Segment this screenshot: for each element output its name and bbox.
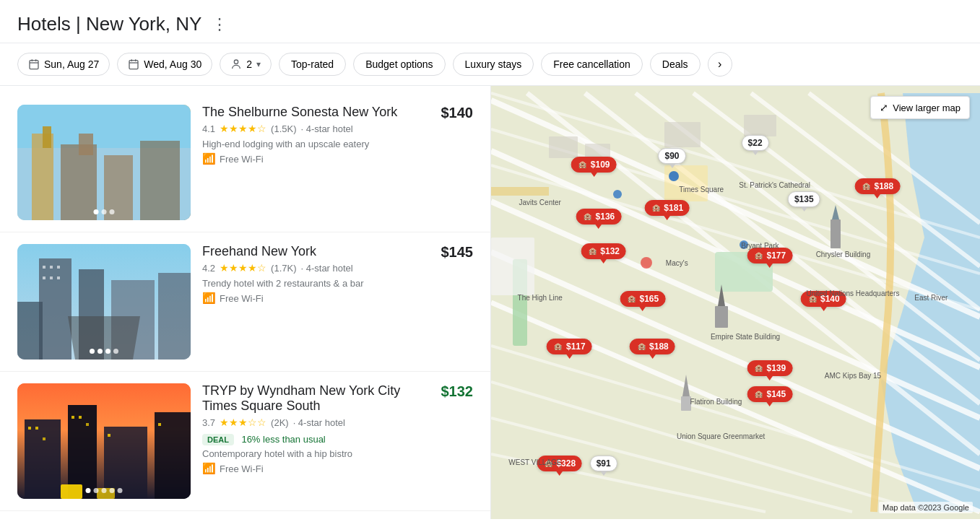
svg-rect-26 [43, 276, 45, 279]
page-header: Hotels | New York, NY ⋮ [0, 0, 980, 43]
filter-button[interactable]: Free cancellation [541, 53, 643, 76]
svg-point-83 [613, 190, 622, 199]
svg-rect-15 [140, 141, 180, 220]
star-category: · 4-star hotel [300, 123, 352, 134]
amenities-row: 📶 Free Wi-Fi [202, 462, 430, 475]
filter-button[interactable]: Top-rated [279, 53, 346, 76]
image-dot-4[interactable] [113, 349, 118, 354]
star-rating: ★★★☆☆ [220, 417, 266, 428]
svg-rect-70 [664, 122, 701, 147]
image-dot-3[interactable] [102, 488, 107, 493]
filters-row: Sun, Aug 27 Wed, Aug 30 2 ▾ Top-ratedBud… [0, 43, 980, 86]
view-larger-map-button[interactable]: ⤢ View larger map [870, 96, 970, 119]
hotel-description: High-end lodging with an upscale eatery [202, 139, 430, 149]
svg-rect-43 [61, 484, 82, 499]
map-area[interactable]: 🏨$109$90$22🏨$188$135🏨$136🏨$181🏨$132🏨$177… [491, 86, 980, 519]
image-dot-4[interactable] [110, 488, 115, 493]
svg-point-82 [740, 240, 748, 249]
hotel-name: TRYP by Wyndham New York City Times Squa… [202, 383, 430, 414]
hotel-image-3 [17, 383, 191, 499]
image-dot-2[interactable] [97, 349, 103, 354]
hotel-name: Freehand New York [202, 244, 430, 259]
svg-rect-27 [50, 276, 53, 279]
star-rating: ★★★★☆ [220, 123, 266, 134]
checkin-date-label: Sun, Aug 27 [44, 58, 99, 70]
hotel-image-svg [17, 105, 191, 220]
hotel-info: The Shelburne Sonesta New York 4.1 ★★★★☆… [191, 105, 441, 220]
checkout-date-chip[interactable]: Wed, Aug 30 [117, 53, 212, 76]
review-count: (2K) [271, 417, 289, 428]
calendar-icon [28, 58, 40, 70]
hotel-description: Trendy hotel with 2 restaurants & a bar [202, 278, 430, 289]
more-options-button[interactable]: ⋮ [212, 15, 227, 34]
svg-rect-76 [681, 396, 691, 411]
wifi-icon: 📶 [202, 462, 216, 475]
deal-badge: DEAL [202, 434, 234, 445]
svg-point-80 [641, 257, 652, 269]
star-rating: ★★★★☆ [220, 262, 266, 274]
svg-rect-0 [30, 61, 38, 69]
hotel-price: $140 [441, 105, 474, 220]
wifi-icon: 📶 [202, 292, 216, 305]
filter-button[interactable]: Luxury stays [453, 53, 534, 76]
hotel-image-1 [17, 105, 191, 220]
filter-button[interactable]: Budget options [353, 53, 445, 76]
deal-row: DEAL 16% less than usual [202, 432, 430, 445]
svg-rect-73 [715, 306, 728, 328]
svg-rect-25 [57, 266, 60, 269]
view-larger-map-label: View larger map [893, 103, 961, 113]
svg-rect-4 [129, 61, 138, 69]
hotel-card[interactable]: Freehand New York 4.2 ★★★★☆ (1.7K) · 4-s… [0, 232, 490, 372]
guests-count: 2 [246, 58, 252, 70]
hotel-rating-row: 3.7 ★★★☆☆ (2K) · 4-star hotel [202, 417, 430, 428]
main-content: The Shelburne Sonesta New York 4.1 ★★★★☆… [0, 86, 980, 519]
price-value: $140 [441, 105, 474, 121]
svg-point-8 [235, 60, 238, 64]
svg-rect-71 [744, 115, 776, 136]
guests-chip[interactable]: 2 ▾ [220, 53, 272, 76]
filter-buttons-container: Top-ratedBudget optionsLuxury staysFree … [279, 53, 701, 76]
wifi-label: Free Wi-Fi [220, 463, 264, 474]
svg-rect-24 [50, 266, 53, 269]
page-title: Hotels | New York, NY [17, 13, 201, 35]
image-dot-3[interactable] [110, 209, 115, 214]
image-dot-2[interactable] [102, 209, 107, 214]
svg-rect-40 [86, 423, 89, 426]
svg-rect-36 [35, 427, 38, 430]
svg-rect-79 [664, 165, 708, 201]
svg-rect-21 [17, 302, 43, 360]
rating-number: 3.7 [202, 417, 215, 428]
hotel-list: The Shelburne Sonesta New York 4.1 ★★★★☆… [0, 86, 491, 519]
svg-rect-13 [61, 144, 97, 220]
filter-button[interactable]: Deals [650, 53, 701, 76]
image-dot-2[interactable] [94, 488, 99, 493]
wifi-icon: 📶 [202, 152, 216, 165]
wifi-label: Free Wi-Fi [220, 154, 264, 165]
image-dot-1[interactable] [86, 488, 91, 493]
image-dot-1[interactable] [94, 209, 99, 214]
hotel-card[interactable]: The Shelburne Sonesta New York 4.1 ★★★★☆… [0, 93, 490, 232]
hotel-card[interactable]: TRYP by Wyndham New York City Times Squa… [0, 372, 490, 511]
filters-next-button[interactable]: › [708, 52, 732, 77]
hotel-image-svg [17, 244, 191, 360]
svg-rect-72 [491, 187, 549, 196]
svg-rect-69 [585, 144, 610, 162]
checkin-date-chip[interactable]: Sun, Aug 27 [17, 53, 110, 76]
image-dot-1[interactable] [90, 349, 95, 354]
image-dot-3[interactable] [105, 349, 110, 354]
hotel-price: $132 [441, 383, 474, 499]
person-icon [230, 58, 242, 70]
hotel-info: TRYP by Wyndham New York City Times Squa… [191, 383, 441, 499]
svg-rect-68 [549, 136, 578, 158]
image-dot-5[interactable] [118, 488, 123, 493]
svg-rect-22 [158, 273, 191, 360]
star-category: · 4-star hotel [293, 417, 345, 428]
amenities-row: 📶 Free Wi-Fi [202, 292, 430, 305]
svg-rect-77 [831, 219, 841, 248]
svg-rect-41 [108, 434, 110, 437]
svg-rect-65 [715, 252, 773, 292]
svg-rect-18 [39, 258, 71, 360]
calendar-icon-2 [128, 58, 139, 70]
review-count: (1.7K) [271, 263, 296, 274]
hotel-description: Contemporary hotel with a hip bistro [202, 448, 430, 459]
